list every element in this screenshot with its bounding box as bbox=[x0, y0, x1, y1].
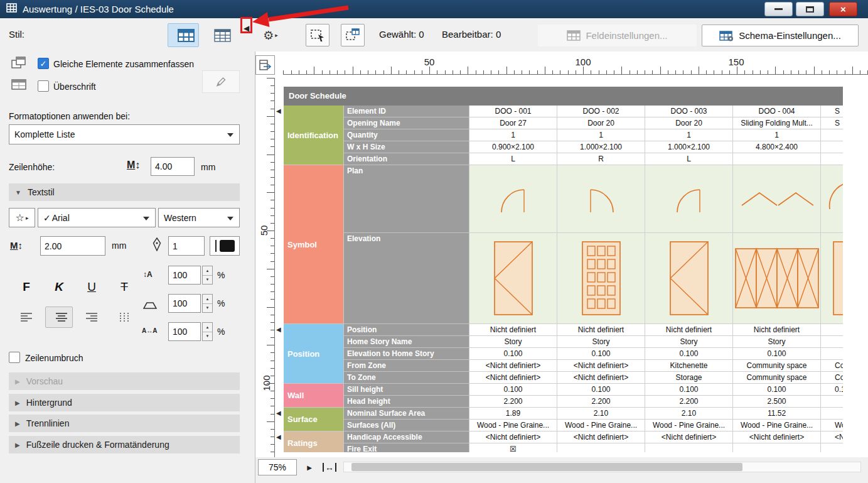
schedule-row: W x H Size0.900×2.1001.000×2.1001.000×2.… bbox=[344, 141, 843, 153]
scrollbar-thumb[interactable] bbox=[351, 463, 742, 471]
line-spacing-input[interactable] bbox=[168, 266, 201, 285]
align-right-icon bbox=[85, 312, 98, 322]
schedule-cell: 2.200 bbox=[557, 396, 645, 408]
favorites-button[interactable]: ☆ ▸ bbox=[9, 208, 35, 227]
width-factor-stepper[interactable]: ▲▼ bbox=[202, 294, 213, 313]
schedule-preview-area: 50 100 150 50 100 ◀ ◀ ◀ ◀ Door Schedule … bbox=[255, 52, 868, 483]
ruler-origin-button[interactable] bbox=[255, 55, 275, 75]
heading-label: Überschrift bbox=[53, 82, 96, 92]
schedule-row: Quantity1111 bbox=[344, 129, 843, 141]
line-spacing-unit: % bbox=[217, 270, 225, 280]
maximize-icon bbox=[806, 6, 814, 13]
section-preview[interactable]: ▶ Vorschau bbox=[9, 372, 240, 390]
schedule-row: Head height2.2002.2002.2002.500 bbox=[344, 396, 843, 408]
tracking-input[interactable] bbox=[168, 322, 201, 341]
schedule-row: Handicap Accessible<Nicht definiert><Nic… bbox=[344, 431, 843, 443]
schedule-cell: 0.100 bbox=[469, 384, 557, 396]
view-mode-compact-button[interactable] bbox=[206, 23, 238, 47]
word-wrap-checkbox[interactable] bbox=[9, 352, 20, 363]
spin-up-icon: ▲ bbox=[203, 266, 212, 276]
align-justify-icon bbox=[118, 312, 131, 322]
strikethrough-button[interactable]: T bbox=[110, 276, 138, 298]
schedule-cell: 0.100 bbox=[469, 348, 557, 360]
schedule-field-label: Element ID bbox=[344, 106, 469, 117]
plan-swing-door-right bbox=[557, 165, 645, 233]
format-apply-label: Formatoptionen anwenden bei: bbox=[9, 111, 130, 121]
schedule-title: Door Schedule bbox=[284, 87, 843, 106]
schedule-row: Plan bbox=[344, 165, 843, 233]
schedule-field-label: Head height bbox=[344, 396, 469, 408]
line-spacing-icon: ↕A bbox=[143, 270, 153, 279]
field-settings-button[interactable]: Feldeinstellungen... bbox=[538, 24, 697, 46]
row-height-input[interactable] bbox=[151, 157, 195, 176]
ruler-mark-150: 150 bbox=[728, 57, 744, 67]
schedule-cell: Nicht definiert bbox=[557, 324, 645, 336]
schedule-cell: 4.800×2.400 bbox=[733, 141, 821, 153]
schedule-row: Elevation to Home Story0.1000.1000.1000.… bbox=[344, 348, 843, 360]
align-center-icon bbox=[55, 312, 68, 322]
font-size-unit: mm bbox=[112, 241, 126, 251]
schedule-cell: 1.000×2.100 bbox=[645, 141, 733, 153]
maximize-button[interactable] bbox=[796, 2, 824, 16]
zoom-level-display[interactable]: 75% bbox=[258, 459, 297, 475]
zoom-menu-button[interactable]: ▶ bbox=[302, 459, 317, 475]
fit-width-button[interactable]: ↔ bbox=[319, 459, 340, 475]
section-background[interactable]: ▶ Hintergrund bbox=[9, 394, 240, 411]
schedule-cell bbox=[645, 443, 733, 452]
underline-button[interactable]: U bbox=[78, 276, 105, 298]
schedule-cell: Community space bbox=[733, 360, 821, 372]
script-select[interactable]: Western bbox=[158, 208, 240, 227]
align-left-button[interactable] bbox=[13, 307, 40, 328]
play-icon: ▶ bbox=[307, 464, 312, 471]
schedule-table[interactable]: Door Schedule IdentificationElement IDDO… bbox=[284, 87, 843, 452]
window-schedule-icon bbox=[6, 3, 17, 15]
schedule-cell: R bbox=[557, 153, 645, 165]
pen-color-button[interactable] bbox=[210, 236, 240, 256]
font-size-input[interactable] bbox=[40, 236, 105, 256]
tracking-stepper[interactable]: ▲▼ bbox=[202, 322, 213, 341]
section-separators[interactable]: ▶ Trennlinien bbox=[9, 415, 240, 432]
schedule-group-label: Surface bbox=[284, 408, 344, 431]
schedule-cell: 0.100 bbox=[557, 348, 645, 360]
close-button[interactable]: × bbox=[829, 2, 857, 16]
pen-input[interactable] bbox=[168, 236, 205, 256]
schedule-field-label: From Zone bbox=[344, 360, 469, 372]
schema-settings-button[interactable]: Schema-Einstellungen... bbox=[702, 24, 859, 46]
spin-down-icon: ▼ bbox=[203, 276, 212, 285]
schedule-cell: Co bbox=[821, 360, 843, 372]
schedule-row: Opening NameDoor 27Door 20Door 20Sliding… bbox=[344, 117, 843, 129]
horizontal-scrollbar[interactable] bbox=[343, 462, 861, 472]
align-justify-button[interactable] bbox=[110, 307, 138, 328]
row-height-label: Zeilenhöhe: bbox=[9, 162, 55, 172]
annotation-arrow bbox=[248, 1, 355, 31]
heading-checkbox[interactable] bbox=[38, 80, 49, 92]
spin-down-icon: ▼ bbox=[203, 304, 212, 313]
pen-icon bbox=[153, 237, 161, 254]
edit-heading-button[interactable] bbox=[202, 70, 240, 93]
schedule-cell bbox=[821, 443, 843, 452]
schedule-cell: DOO - 003 bbox=[645, 106, 733, 117]
bold-button[interactable]: F bbox=[13, 276, 40, 298]
section-footer[interactable]: ▶ Fußzeile drucken & Formatänderung bbox=[9, 436, 240, 453]
line-spacing-stepper[interactable]: ▲▼ bbox=[202, 266, 213, 285]
schedule-cell: 2.10 bbox=[645, 408, 733, 420]
align-right-button[interactable] bbox=[78, 307, 105, 328]
pen-stroke-icon bbox=[215, 240, 217, 252]
view-mode-schedule-button[interactable] bbox=[168, 23, 199, 47]
row-group-marker-icon: ◀ bbox=[276, 327, 281, 333]
width-factor-input[interactable] bbox=[168, 294, 201, 313]
font-select[interactable]: ✓ Arial bbox=[38, 208, 156, 227]
schedule-settings-window: Auswertung / IES-03 Door Schedule × Stil… bbox=[0, 0, 868, 483]
schedule-cell: 2.200 bbox=[645, 396, 733, 408]
format-apply-select[interactable]: Komplette Liste bbox=[9, 124, 240, 144]
schedule-cell: <Nicht definiert> bbox=[469, 360, 557, 372]
schedule-cell bbox=[821, 141, 843, 153]
italic-button[interactable]: K bbox=[45, 276, 73, 298]
merge-items-checkbox[interactable]: ✓ bbox=[38, 58, 49, 69]
section-textstyle[interactable]: ▼ Textstil bbox=[9, 183, 240, 201]
preview-bottom-bar: 75% ▶ ↔ bbox=[255, 457, 868, 483]
word-wrap-label: Zeilenumbruch bbox=[25, 353, 83, 363]
align-center-button[interactable] bbox=[45, 307, 73, 328]
heading-icon bbox=[11, 79, 26, 93]
minimize-button[interactable] bbox=[764, 2, 793, 16]
